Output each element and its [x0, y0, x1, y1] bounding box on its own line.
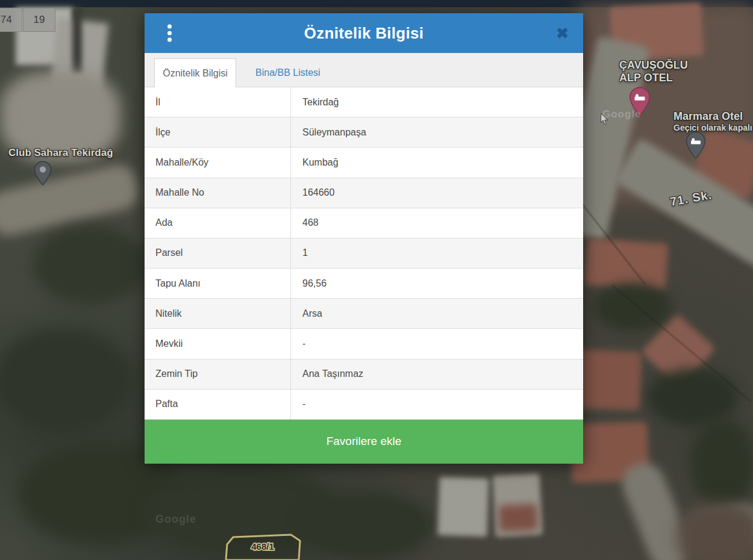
menu-dots-icon[interactable] — [165, 22, 174, 45]
attribute-info-dialog: Öznitelik Bilgisi ✖ Öznitelik Bilgisi Bi… — [145, 13, 583, 464]
row-label: Parsel — [145, 238, 291, 268]
table-row: İlçe Süleymanpaşa — [145, 117, 583, 148]
table-row: Mevkii - — [145, 329, 583, 359]
hotel-pin-gray[interactable] — [686, 131, 706, 160]
row-label: Nitelik — [145, 299, 291, 328]
row-value: Ana Taşınmaz — [291, 359, 583, 389]
table-row: İl Tekirdağ — [145, 87, 583, 117]
tab-bar: Öznitelik Bilgisi Bina/BB Listesi — [145, 53, 583, 87]
row-label: Tapu Alanı — [145, 269, 291, 298]
row-label: İlçe — [145, 117, 291, 147]
place-label-cavusoglu-alp-otel: ÇAVUŞOĞLU ALP OTEL — [619, 59, 688, 84]
table-row: Parsel 1 — [145, 238, 583, 269]
row-label: Zemin Tip — [145, 359, 291, 389]
place-label-club-sahara: Club Sahara Tekirdağ — [8, 147, 113, 159]
gray-dot-pin[interactable] — [34, 160, 52, 187]
row-label: Ada — [145, 208, 291, 238]
dialog-title: Öznitelik Bilgisi — [304, 24, 424, 43]
mouse-cursor — [600, 113, 609, 125]
table-row: Ada 468 — [145, 208, 583, 238]
dialog-header: Öznitelik Bilgisi ✖ — [145, 13, 583, 53]
table-row: Tapu Alanı 96,56 — [145, 269, 583, 299]
row-value: Arsa — [291, 299, 583, 328]
badge-text: 19 — [34, 14, 45, 26]
street-label: 71. Sk. — [669, 188, 713, 209]
table-row: Zemin Tip Ana Taşınmaz — [145, 359, 583, 390]
row-value: 468 — [291, 208, 583, 238]
tab-oznitelik-bilgisi[interactable]: Öznitelik Bilgisi — [154, 58, 236, 87]
row-value: Tekirdağ — [291, 87, 583, 117]
label-line: ÇAVUŞOĞLU — [619, 59, 688, 72]
add-to-favorites-button[interactable]: Favorilere ekle — [145, 420, 583, 464]
tab-bina-bb-listesi[interactable]: Bina/BB Listesi — [247, 58, 329, 87]
row-value: - — [291, 390, 583, 419]
table-row: Pafta - — [145, 390, 583, 420]
row-label: Mahalle/Köy — [145, 148, 291, 177]
table-row: Nitelik Arsa — [145, 299, 583, 329]
row-value: 164660 — [291, 178, 583, 208]
row-value: - — [291, 329, 583, 358]
badge-text: 574 — [0, 14, 12, 26]
row-label: Mevkii — [145, 329, 291, 358]
close-icon[interactable]: ✖ — [556, 26, 569, 41]
row-value: 96,56 — [291, 269, 583, 298]
row-label: İl — [145, 87, 291, 117]
row-value: 1 — [291, 238, 583, 268]
parcel-polygon-label: 468/1 — [251, 541, 274, 552]
label-line: ALP OTEL — [619, 72, 688, 84]
table-row: Mahalle/Köy Kumbağ — [145, 148, 583, 178]
row-label: Pafta — [145, 390, 291, 419]
parcel-polygon[interactable]: 468/1 — [219, 534, 306, 560]
row-value: Kumbağ — [291, 148, 583, 177]
parcel-number-badge: 574 — [0, 8, 22, 32]
table-row: Mahalle No 164660 — [145, 178, 583, 208]
row-value: Süleymanpaşa — [291, 117, 583, 147]
label-line: Marmara Otel — [673, 111, 752, 122]
parcel-number-badge: 19 — [23, 8, 55, 32]
place-label-marmara-otel: Marmara Otel Geçici olarak kapalı — [673, 111, 752, 134]
google-watermark: Google — [155, 513, 196, 526]
attribute-table: İl Tekirdağ İlçe Süleymanpaşa Mahalle/Kö… — [145, 87, 583, 420]
row-label: Mahalle No — [145, 178, 291, 208]
